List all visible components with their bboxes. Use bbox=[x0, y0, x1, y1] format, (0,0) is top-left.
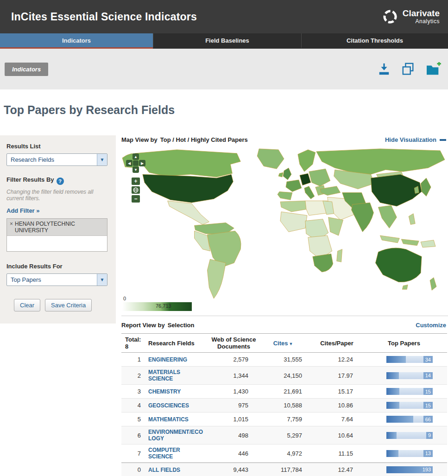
row-field-cell: GEOSCIENCES bbox=[145, 400, 207, 411]
row-field-cell: MATHEMATICS bbox=[145, 413, 207, 425]
legend-max-label: 76,713 bbox=[156, 303, 171, 309]
col-top-papers: Top Papers bbox=[367, 337, 441, 349]
sort-desc-icon: ▼ bbox=[289, 342, 293, 346]
top-papers-value: 9 bbox=[426, 432, 433, 439]
clear-button[interactable]: Clear bbox=[14, 299, 40, 311]
world-map[interactable] bbox=[121, 148, 448, 301]
filter-results-heading: Filter Results By? bbox=[6, 176, 109, 185]
row-field-cell: ENVIRONMENT/ECOLOGY bbox=[145, 426, 207, 444]
table-row: 2 MATERIALS SCIENCE 1,344 24,150 17.97 1… bbox=[121, 367, 447, 385]
row-rank: 5 bbox=[121, 413, 145, 425]
research-field-link[interactable]: MATERIALS SCIENCE bbox=[148, 369, 203, 382]
table-row: 1 ENGINEERING 2,579 31,555 12.24 34 bbox=[121, 353, 447, 367]
report-table: Total: 8 Research Fields Web of Science … bbox=[121, 333, 447, 476]
legend-min-label: 0 bbox=[123, 296, 126, 301]
brand-name: Clarivate bbox=[403, 9, 440, 18]
row-cites-per-paper: 10.64 bbox=[307, 430, 367, 441]
row-rank: 1 bbox=[121, 354, 145, 365]
tab-citation-thresholds[interactable]: Citation Thresholds bbox=[301, 33, 448, 49]
table-row: 5 MATHEMATICS 1,015 7,759 7.64 66 bbox=[121, 413, 447, 426]
filter-chip-label: HENAN POLYTECHNIC UNIVERSITY bbox=[15, 221, 94, 234]
top-papers-bar: 14 bbox=[386, 372, 433, 379]
clarivate-logo-icon bbox=[382, 8, 398, 25]
map-color-legend: 0 76,713 bbox=[122, 302, 192, 311]
row-cites-per-paper: 10.86 bbox=[307, 400, 367, 411]
chevron-down-icon: ▼ bbox=[97, 154, 107, 165]
title-band: Top Papers by Research Fields bbox=[0, 89, 448, 129]
add-filter-link[interactable]: Add Filter » bbox=[6, 207, 40, 214]
zoom-in-button[interactable]: + bbox=[132, 178, 140, 185]
research-field-link[interactable]: ALL FIELDS bbox=[148, 467, 180, 473]
research-field-link[interactable]: GEOSCIENCES bbox=[148, 402, 189, 409]
pan-right-button[interactable]: ▶ bbox=[139, 160, 145, 166]
help-icon[interactable]: ? bbox=[57, 178, 64, 185]
research-field-link[interactable]: CHEMISTRY bbox=[148, 388, 181, 395]
row-rank: 4 bbox=[121, 400, 145, 411]
top-papers-bar: 66 bbox=[386, 416, 433, 423]
include-results-value: Top Papers bbox=[7, 276, 41, 283]
row-wos-documents: 975 bbox=[207, 400, 260, 411]
tab-indicators[interactable]: Indicators bbox=[0, 33, 153, 49]
row-cites: 10,588 bbox=[260, 400, 307, 411]
results-list-select[interactable]: Research Fields ▼ bbox=[6, 153, 107, 166]
pan-left-button[interactable]: ◀ bbox=[126, 160, 133, 166]
row-wos-documents: 2,579 bbox=[207, 354, 260, 365]
duplicate-report-icon[interactable] bbox=[402, 62, 415, 76]
top-papers-value: 13 bbox=[423, 450, 433, 457]
top-papers-bar: 34 bbox=[386, 356, 433, 363]
report-title: Report View bySelection bbox=[121, 322, 197, 329]
customize-link[interactable]: Customize bbox=[416, 322, 446, 329]
pan-down-button[interactable]: ▼ bbox=[133, 166, 139, 173]
remove-filter-icon[interactable]: × bbox=[10, 221, 13, 234]
row-cites-per-paper: 15.17 bbox=[307, 386, 367, 397]
tab-field-baselines[interactable]: Field Baselines bbox=[153, 33, 301, 49]
brand-logo: Clarivate Analytics bbox=[382, 8, 440, 25]
table-row: 3 CHEMISTRY 1,430 21,691 15.17 15 bbox=[121, 385, 447, 399]
save-criteria-button[interactable]: Save Criteria bbox=[45, 299, 92, 311]
top-papers-value: 15 bbox=[423, 402, 433, 409]
globe-reset-button[interactable] bbox=[132, 186, 140, 194]
table-header-row: Total: 8 Research Fields Web of Science … bbox=[121, 333, 447, 353]
top-papers-bar: 193 bbox=[386, 466, 433, 473]
zoom-out-button[interactable]: − bbox=[132, 195, 140, 203]
research-field-link[interactable]: ENVIRONMENT/ECOLOGY bbox=[148, 429, 203, 442]
row-cites-per-paper: 12.47 bbox=[307, 464, 367, 476]
add-to-folder-icon[interactable] bbox=[426, 62, 442, 76]
top-papers-bar: 9 bbox=[386, 432, 433, 439]
pan-center bbox=[133, 160, 139, 166]
top-papers-bar: 15 bbox=[386, 388, 433, 395]
hide-visualization-link[interactable]: Hide Visualization bbox=[385, 136, 446, 143]
row-cites: 117,784 bbox=[260, 464, 307, 476]
row-rank: 7 bbox=[121, 448, 145, 459]
row-top-papers-cell: 66 bbox=[367, 413, 441, 425]
page-title: Top Papers by Research Fields bbox=[4, 103, 448, 117]
research-field-link[interactable]: COMPUTER SCIENCE bbox=[148, 447, 203, 460]
row-field-cell: ALL FIELDS bbox=[145, 464, 207, 476]
total-count: Total: 8 bbox=[121, 334, 145, 352]
row-cites-per-paper: 17.97 bbox=[307, 370, 367, 381]
row-cites: 31,555 bbox=[260, 354, 307, 365]
top-papers-value: 14 bbox=[423, 372, 433, 379]
research-field-link[interactable]: ENGINEERING bbox=[148, 356, 187, 363]
research-field-link[interactable]: MATHEMATICS bbox=[148, 416, 189, 423]
row-rank: 0 bbox=[121, 464, 145, 476]
download-icon[interactable] bbox=[378, 62, 391, 76]
row-cites-per-paper: 11.15 bbox=[307, 448, 367, 459]
row-rank: 6 bbox=[121, 430, 145, 441]
top-papers-bar: 13 bbox=[386, 450, 433, 457]
breadcrumb[interactable]: Indicators bbox=[5, 63, 48, 76]
col-cites-sort[interactable]: Cites▼ bbox=[260, 337, 307, 349]
pan-up-button[interactable]: ▲ bbox=[133, 153, 139, 160]
row-cites: 5,297 bbox=[260, 430, 307, 441]
include-results-select[interactable]: Top Papers ▼ bbox=[6, 273, 107, 286]
row-wos-documents: 446 bbox=[207, 448, 260, 459]
row-cites-per-paper: 7.64 bbox=[307, 413, 367, 425]
row-rank: 3 bbox=[121, 386, 145, 397]
row-top-papers-cell: 193 bbox=[367, 464, 441, 476]
row-top-papers-cell: 34 bbox=[367, 354, 441, 365]
table-row: 6 ENVIRONMENT/ECOLOGY 498 5,297 10.64 9 bbox=[121, 426, 447, 444]
filter-chip[interactable]: × HENAN POLYTECHNIC UNIVERSITY bbox=[7, 219, 107, 236]
row-top-papers-cell: 13 bbox=[367, 448, 441, 459]
main-tab-bar: Indicators Field Baselines Citation Thre… bbox=[0, 33, 448, 49]
choropleth-map[interactable]: ▲ ◀ ▶ ▼ + − bbox=[121, 148, 448, 311]
